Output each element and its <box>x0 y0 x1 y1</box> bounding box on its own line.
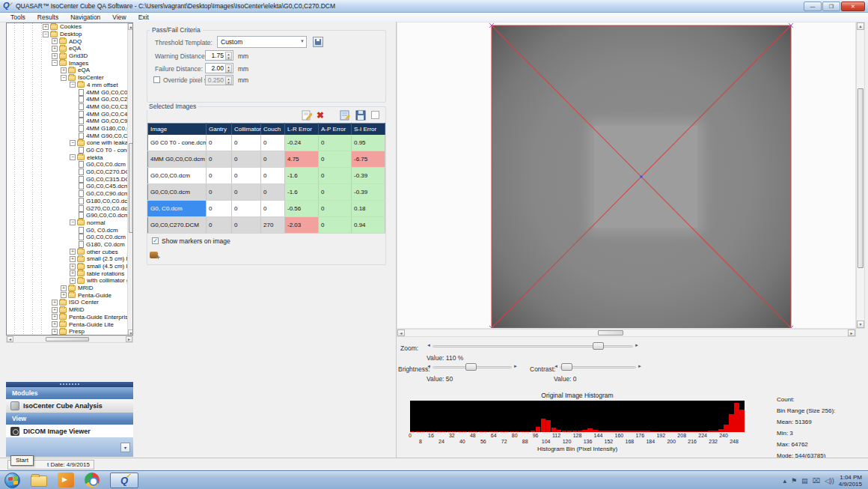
collapse-icon[interactable]: − <box>70 154 76 160</box>
table-cell[interactable]: 0 <box>207 201 232 217</box>
chrome-taskbar-icon[interactable] <box>85 473 100 488</box>
tree-item[interactable]: 4MM G180,C0,C0 <box>7 125 132 133</box>
menu-item-results[interactable]: Results <box>37 13 58 21</box>
failure-distance-input[interactable]: 2.00▲▼ <box>205 63 233 73</box>
tree-item[interactable]: G270,C0,C0.dcm <box>7 204 132 212</box>
tree-item[interactable]: 4MM G0,C0,C315 <box>7 103 132 111</box>
tree-item[interactable]: −normal <box>7 219 132 227</box>
tree-item[interactable]: +MRID <box>7 285 132 292</box>
table-cell[interactable]: 0 <box>261 135 285 151</box>
tree-item[interactable]: G0,C0,C0.dcm <box>7 234 132 241</box>
tree-item[interactable]: 4MM G0,C0,C270 <box>7 96 132 103</box>
tree-item[interactable]: +table rotations <box>7 270 132 277</box>
tree-item[interactable]: +MRID <box>7 306 132 314</box>
tree-item[interactable]: +small (4.5 cm) FOV <box>7 263 132 270</box>
tree-item[interactable]: +Presp <box>7 328 132 335</box>
table-cell[interactable]: 0 <box>232 168 261 184</box>
table-row[interactable]: G0,C0,C0.dcm000-1.60-0.39 <box>148 168 385 184</box>
table-cell[interactable]: -0.24 <box>285 135 319 151</box>
tree-item[interactable]: G0,C0,C45.dcm <box>7 183 132 190</box>
select-all-checkbox[interactable] <box>371 111 379 119</box>
tree-item[interactable]: −cone with leakage <box>7 139 132 147</box>
table-cell[interactable]: 0 <box>207 151 232 168</box>
tree-item[interactable]: −Desktop <box>7 31 132 38</box>
tree-item[interactable]: +ISO Center <box>7 299 132 306</box>
tree-item[interactable]: 4MM G90,C0,C0. <box>7 132 132 139</box>
tree-item[interactable]: −Images <box>7 59 132 67</box>
table-cell[interactable]: G0,C0,C0.dcm <box>148 168 207 184</box>
modules-header[interactable]: Modules <box>6 387 133 399</box>
tree-vertical-scrollbar[interactable]: ▲ ▼ <box>127 23 133 335</box>
table-cell[interactable]: 0.94 <box>352 217 385 234</box>
restore-button[interactable]: ❐ <box>822 1 840 11</box>
explorer-taskbar-icon[interactable] <box>31 476 47 487</box>
save-results-button[interactable] <box>355 110 366 121</box>
warning-distance-input[interactable]: 1.75▲▼ <box>205 50 233 61</box>
expand-icon[interactable]: + <box>52 321 58 327</box>
tree-item[interactable]: G0 C0 T0 - cone. <box>7 147 132 154</box>
close-button[interactable]: ✕ <box>841 1 865 11</box>
table-cell[interactable]: -0.56 <box>285 201 319 217</box>
table-cell[interactable]: 270 <box>261 217 285 234</box>
table-cell[interactable]: 0.18 <box>352 201 385 217</box>
tree-item[interactable]: +eQA <box>7 67 132 74</box>
expand-icon[interactable]: + <box>61 285 67 291</box>
device-icon[interactable]: ▤ <box>801 477 808 485</box>
table-cell[interactable]: -0.39 <box>352 168 385 184</box>
action-center-icon[interactable]: ⚑ <box>791 477 797 485</box>
table-cell[interactable]: 0 <box>232 151 261 168</box>
table-cell[interactable]: 0 <box>261 168 285 184</box>
table-cell[interactable]: 4.75 <box>285 151 319 168</box>
expand-icon[interactable]: + <box>52 307 58 313</box>
column-header[interactable]: Image <box>148 124 207 135</box>
tree-item[interactable]: 4MM G0,C0,C90. <box>7 118 132 125</box>
start-button[interactable] <box>4 473 20 488</box>
table-cell[interactable]: 0 <box>319 168 352 184</box>
menu-item-exit[interactable]: Exit <box>138 13 149 21</box>
expand-icon[interactable]: + <box>70 278 76 284</box>
remove-image-button[interactable]: ✖ <box>317 110 327 121</box>
table-cell[interactable]: 0 <box>319 135 352 151</box>
image-viewport[interactable] <box>397 22 856 329</box>
tree-item[interactable]: −4 mm offset <box>7 82 132 89</box>
spinner-buttons[interactable]: ▲▼ <box>225 52 232 60</box>
table-cell[interactable]: -1.6 <box>285 168 319 184</box>
expand-icon[interactable]: + <box>61 292 67 298</box>
show-markers-checkbox[interactable]: ✓ <box>152 237 159 244</box>
table-cell[interactable]: 0 <box>232 135 261 151</box>
module-dicom-image-viewer[interactable]: DICOM Image Viewer <box>6 425 133 438</box>
threshold-template-select[interactable]: Custom ▼ <box>217 36 307 48</box>
collapse-icon[interactable]: − <box>70 219 76 225</box>
spinner-buttons[interactable]: ▲▼ <box>225 64 232 73</box>
table-cell[interactable]: 0 <box>319 217 352 234</box>
media-player-taskbar-icon[interactable] <box>58 473 74 488</box>
quasar-taskbar-button[interactable]: Q <box>110 473 138 488</box>
table-cell[interactable]: G0,C0,C270.DCM <box>148 217 207 234</box>
table-cell[interactable]: 0 <box>232 184 261 201</box>
tree-item[interactable]: 4MM G0,C0,C0.d <box>7 88 132 96</box>
tree-item[interactable]: G0,C0,C90.dcm <box>7 190 132 198</box>
menu-item-view[interactable]: View <box>112 13 126 21</box>
table-row[interactable]: G0 C0 T0 - cone.dcm000-0.2400.95 <box>148 135 385 151</box>
tree-item[interactable]: +Penta-Guide Lite <box>7 321 132 328</box>
expand-icon[interactable]: + <box>70 270 76 276</box>
tree-item[interactable]: +eQA <box>7 45 132 52</box>
override-pixel-size-checkbox[interactable] <box>153 76 160 83</box>
table-cell[interactable]: 0.95 <box>352 135 385 151</box>
panel-splitter[interactable] <box>6 382 133 387</box>
table-cell[interactable]: 0 <box>261 151 285 168</box>
tree-item[interactable]: −elekta <box>7 154 132 161</box>
table-cell[interactable]: -1.6 <box>285 184 319 201</box>
collapse-icon[interactable]: − <box>70 140 76 146</box>
edit-image-button[interactable] <box>302 110 312 121</box>
expand-icon[interactable]: + <box>52 300 58 306</box>
column-header[interactable]: S-I Error <box>352 124 385 135</box>
table-cell[interactable]: G0, C0.dcm <box>148 201 207 217</box>
tree-item[interactable]: G0, C0.dcm <box>7 226 132 234</box>
tree-item[interactable]: +Penta-Guide <box>7 291 132 299</box>
tree-item[interactable]: G180, C0.dcm <box>7 241 132 249</box>
view-header[interactable]: View <box>6 413 133 425</box>
expand-icon[interactable]: + <box>52 329 58 335</box>
column-header[interactable]: A-P Error <box>319 124 352 135</box>
expand-icon[interactable]: + <box>70 264 76 270</box>
